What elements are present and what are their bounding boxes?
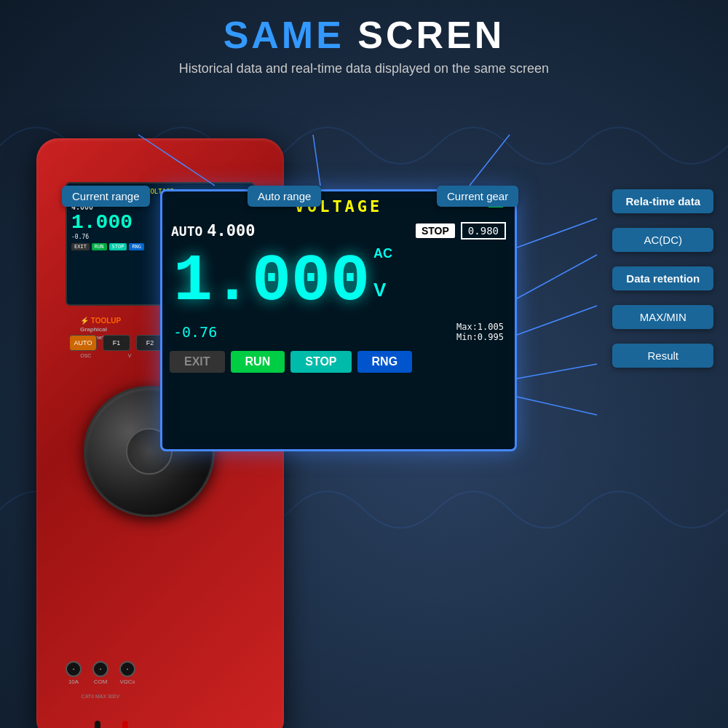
ac-label: AC — [373, 246, 392, 261]
right-annotations: Rela-time data AC(DC) Data retention MAX… — [612, 189, 713, 368]
terminal-10a: • — [66, 661, 82, 677]
terminal-com-label: COM — [92, 678, 108, 685]
rng-button[interactable]: RNG — [357, 351, 413, 373]
run-button[interactable]: RUN — [231, 351, 285, 373]
dial-v: V — [128, 353, 132, 360]
header: SAME SCREN Historical data and real-time… — [0, 13, 728, 76]
realtime-data-label: Rela-time data — [612, 189, 713, 213]
terminal-vohm: • — [119, 661, 135, 677]
auto-button[interactable]: AUTO — [69, 335, 97, 351]
safety-rating: CATII MAX 300V — [66, 694, 135, 699]
probe-red — [122, 721, 128, 728]
data-value: -0.76 — [173, 323, 217, 341]
max-value: Max:1.005 — [456, 322, 504, 332]
screen-bottom: -0.76 Max:1.005 Min:0.995 — [162, 318, 515, 346]
mini-exit: EXIT — [71, 243, 90, 250]
page-subtitle: Historical data and real-time data displ… — [0, 61, 728, 76]
main-content: VOLTAGE AUTO4.000 STOP 0.980 1.000 -0.76… — [0, 80, 728, 728]
range-value: 4.000 — [207, 221, 255, 240]
min-value: Min:0.995 — [456, 332, 504, 342]
probe-black — [95, 721, 100, 728]
current-range-label: Current range — [62, 186, 150, 207]
main-screen: VOLTAGE AUTO 4.000 STOP 0.980 1.000 AC V… — [160, 189, 517, 451]
fn1-button[interactable]: F1 — [103, 335, 130, 351]
stop-button[interactable]: STOP — [290, 351, 351, 373]
title-screen: SCREN — [344, 14, 505, 56]
dial-osc: OSC — [80, 353, 91, 360]
mini-rng: RNG — [129, 243, 144, 250]
title-same: SAME — [223, 14, 344, 56]
v-label: V — [373, 279, 392, 301]
current-gear-label: Current gear — [437, 186, 518, 207]
page-title: SAME SCREN — [0, 13, 728, 57]
exit-button[interactable]: EXIT — [170, 351, 225, 373]
screen-buttons: EXIT RUN STOP RNG — [162, 347, 515, 376]
auto-label: AUTO — [171, 223, 202, 239]
ac-dc-label: AC(DC) — [612, 228, 713, 252]
mini-stop: STOP — [109, 243, 127, 250]
main-reading-row: 1.000 AC V — [162, 242, 515, 318]
max-min-values: Max:1.005 Min:0.995 — [456, 322, 504, 342]
auto-range-label: Auto range — [248, 186, 321, 207]
stop-label: STOP — [416, 223, 455, 238]
result-label: Result — [612, 344, 713, 368]
max-min-label: MAX/MIN — [612, 305, 713, 329]
stop-value: 0.980 — [461, 222, 506, 240]
terminal-vohm-label: VΩCx — [119, 678, 135, 685]
terminal-com: • — [92, 661, 108, 677]
mini-run: RUN — [92, 243, 107, 250]
data-retention-label: Data retention — [612, 266, 713, 290]
main-number: 1.000 — [173, 249, 370, 314]
stop-box: STOP 0.980 — [416, 222, 506, 240]
terminal-10a-label: 10A — [66, 678, 82, 685]
